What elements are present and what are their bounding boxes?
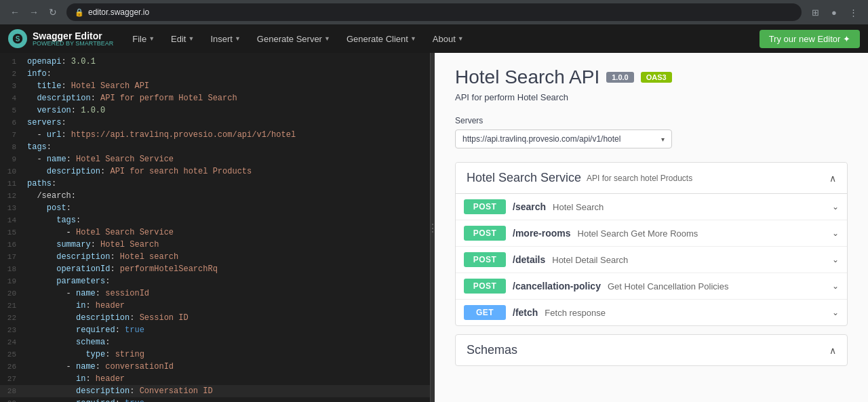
server-url: https://api.travlinq.provesio.com/api/v1… [462,134,620,144]
browser-actions: ⊞ ● ⋮ [807,4,861,20]
line-content: in: header [24,300,430,312]
servers-section: Servers https://api.travlinq.provesio.co… [455,116,848,148]
logo-area: S Swagger Editor POWERED BY SMARTBEAR [8,29,113,48]
service-title-area: Hotel Search Service API for search hote… [467,171,692,185]
address-bar[interactable]: 🔒 editor.swagger.io [66,3,802,21]
code-line: 6servers: [0,117,430,129]
line-number: 22 [0,312,24,324]
refresh-button[interactable]: ↻ [45,4,61,20]
code-line: 8tags: [0,141,430,153]
code-line: 21 in: header [0,300,430,312]
editor-panel[interactable]: 1openapi: 3.0.12info:3 title: Hotel Sear… [0,53,431,402]
generate-client-menu[interactable]: Generate Client ▼ [338,24,425,53]
endpoint-row[interactable]: POST /details Hotel Detail Search ⌄ [456,247,847,273]
endpoint-summary: Hotel Detail Search [552,255,628,265]
line-content: - url: https://api.travlinq.provesio.com… [24,129,430,141]
line-content: schema: [24,336,430,348]
endpoint-row[interactable]: POST /cancellation-policy Get Hotel Canc… [456,273,847,300]
code-editor[interactable]: 1openapi: 3.0.12info:3 title: Hotel Sear… [0,53,430,402]
line-content: /search: [24,190,430,202]
line-number: 18 [0,263,24,275]
browser-chrome: ← → ↻ 🔒 editor.swagger.io ⊞ ● ⋮ [0,0,868,24]
menu-button[interactable]: ⋮ [845,4,861,20]
oas-badge: OAS3 [641,72,672,83]
line-content: servers: [24,117,430,129]
top-nav: S Swagger Editor POWERED BY SMARTBEAR Fi… [0,24,868,53]
line-content: - Hotel Search Service [24,226,430,239]
service-collapse-icon[interactable]: ∧ [829,173,836,184]
lock-icon: 🔒 [75,8,84,17]
line-number: 12 [0,190,24,202]
line-content: operationId: performHotelSearchRq [24,263,430,275]
service-title: Hotel Search Service [467,171,581,185]
schemas-header[interactable]: Schemas ∧ [456,335,847,365]
code-line: 12 /search: [0,190,430,202]
try-editor-button[interactable]: Try our new Editor ✦ [760,30,860,48]
method-badge: POST [464,252,506,267]
endpoint-row[interactable]: GET /fetch Fetch response ⌄ [456,300,847,325]
gen-client-chevron: ▼ [410,35,416,42]
panel-divider[interactable] [431,53,435,402]
code-line: 25 type: string [0,348,430,361]
servers-dropdown[interactable]: https://api.travlinq.provesio.com/api/v1… [455,129,672,148]
line-content: post: [24,202,430,214]
endpoint-chevron-icon: ⌄ [832,308,839,317]
code-line: 29 required: true [0,397,430,402]
about-menu[interactable]: About ▼ [425,24,472,53]
code-line: 5 version: 1.0.0 [0,104,430,117]
preview-panel[interactable]: Hotel Search API 1.0.0 OAS3 API for perf… [435,53,868,402]
code-line: 20 - name: sessionId [0,287,430,300]
code-line: 16 summary: Hotel Search [0,239,430,251]
line-content: paths: [24,178,430,190]
code-line: 7 - url: https://api.travlinq.provesio.c… [0,129,430,141]
line-content: description: Hotel search [24,251,430,263]
endpoint-path: /search [513,201,546,212]
endpoint-path: /details [513,254,545,265]
line-number: 26 [0,361,24,373]
version-badge: 1.0.0 [606,72,633,83]
code-line: 24 schema: [0,336,430,348]
schemas-section: Schemas ∧ [455,334,848,366]
edit-menu[interactable]: Edit ▼ [163,24,202,53]
line-content: description: API for perform Hotel Searc… [24,92,430,104]
line-content: parameters: [24,275,430,287]
line-content: description: Conversation ID [24,385,430,397]
profile-button[interactable]: ● [826,4,842,20]
code-line: 2info: [0,68,430,80]
logo-text-area: Swagger Editor POWERED BY SMARTBEAR [33,31,113,47]
edit-chevron: ▼ [188,35,194,42]
schemas-collapse-icon[interactable]: ∧ [829,345,836,356]
endpoint-summary: Hotel Search [553,202,604,212]
endpoint-summary: Get Hotel Cancellation Policies [608,281,728,292]
forward-button[interactable]: → [26,4,42,20]
insert-menu[interactable]: Insert ▼ [202,24,248,53]
line-content: - name: sessionId [24,287,430,300]
line-content: version: 1.0.0 [24,104,430,117]
api-title-row: Hotel Search API 1.0.0 OAS3 [455,66,848,88]
endpoint-path: /more-rooms [513,228,571,239]
back-button[interactable]: ← [7,4,23,20]
code-line: 19 parameters: [0,275,430,287]
line-number: 3 [0,80,24,92]
line-content: - name: conversationId [24,361,430,373]
api-title: Hotel Search API [455,66,599,88]
line-number: 1 [0,56,24,68]
service-header[interactable]: Hotel Search Service API for search hote… [456,163,847,194]
endpoint-path: /fetch [513,307,538,318]
generate-server-menu[interactable]: Generate Server ▼ [249,24,338,53]
line-number: 29 [0,397,24,402]
service-description: API for search hotel Products [587,174,692,183]
endpoint-row[interactable]: POST /more-rooms Hotel Search Get More R… [456,220,847,247]
extensions-button[interactable]: ⊞ [807,4,823,20]
code-line: 11paths: [0,178,430,190]
file-menu[interactable]: File ▼ [124,24,163,53]
line-content: title: Hotel Search API [24,80,430,92]
endpoint-row[interactable]: POST /search Hotel Search ⌄ [456,194,847,220]
dropdown-arrow-icon: ▾ [661,136,665,143]
code-line: 9 - name: Hotel Search Service [0,153,430,165]
code-line: 14 tags: [0,214,430,226]
code-line: 22 description: Session ID [0,312,430,324]
line-content: type: string [24,348,430,361]
method-badge: POST [464,199,506,214]
line-number: 19 [0,275,24,287]
